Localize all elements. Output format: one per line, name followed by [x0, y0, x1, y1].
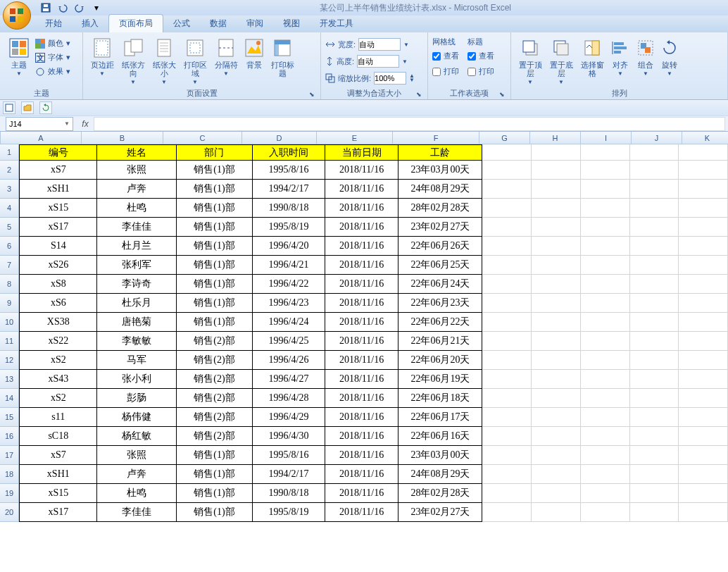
empty-cell[interactable] — [630, 237, 679, 256]
row-header[interactable]: 12 — [0, 351, 19, 370]
empty-cell[interactable] — [482, 218, 532, 237]
table-cell[interactable]: 2018/11/16 — [325, 161, 399, 180]
empty-cell[interactable] — [679, 218, 728, 237]
table-cell[interactable]: 22年06月18天 — [398, 389, 482, 408]
empty-cell[interactable] — [532, 237, 581, 256]
empty-cell[interactable] — [630, 484, 679, 503]
rotate-button[interactable]: 旋转▼ — [659, 34, 680, 77]
empty-cell[interactable] — [532, 332, 581, 351]
empty-cell[interactable] — [532, 256, 581, 275]
empty-cell[interactable] — [482, 484, 532, 503]
table-cell[interactable]: 2018/11/16 — [325, 370, 399, 389]
empty-cell[interactable] — [532, 313, 581, 332]
table-cell[interactable]: 23年03月00天 — [398, 161, 482, 180]
empty-cell[interactable] — [630, 218, 679, 237]
table-cell[interactable]: 1996/4/20 — [253, 237, 325, 256]
empty-cell[interactable] — [630, 446, 679, 465]
empty-cell[interactable] — [581, 351, 630, 370]
table-cell[interactable]: 1995/8/19 — [253, 503, 325, 522]
table-cell[interactable]: 销售(1)部 — [177, 161, 253, 180]
empty-cell[interactable] — [581, 446, 630, 465]
table-cell[interactable]: 销售(2)部 — [177, 351, 253, 370]
table-cell[interactable]: 销售(1)部 — [177, 465, 253, 484]
column-header[interactable]: D — [242, 132, 317, 144]
table-cell[interactable]: 张照 — [97, 446, 176, 465]
table-cell[interactable]: 23年02月27天 — [398, 503, 482, 522]
table-cell[interactable]: 1996/4/26 — [253, 351, 325, 370]
empty-cell[interactable] — [532, 294, 581, 313]
empty-cell[interactable] — [630, 199, 679, 218]
empty-cell[interactable] — [482, 332, 532, 351]
empty-cell[interactable] — [679, 389, 728, 408]
table-cell[interactable]: xS8 — [19, 275, 97, 294]
tab-审阅[interactable]: 审阅 — [237, 15, 273, 32]
headings-view-checkbox[interactable]: 查看 — [467, 51, 494, 61]
empty-cell[interactable] — [482, 427, 532, 446]
table-cell[interactable]: sC18 — [19, 427, 97, 446]
empty-cell[interactable] — [630, 465, 679, 484]
table-cell[interactable]: xS7 — [19, 161, 97, 180]
empty-cell[interactable] — [679, 370, 728, 389]
table-cell[interactable]: 彭肠 — [97, 389, 176, 408]
row-header[interactable]: 13 — [0, 370, 19, 389]
table-cell[interactable]: 1995/8/16 — [253, 161, 325, 180]
office-button[interactable] — [3, 1, 31, 30]
row-header[interactable]: 15 — [0, 408, 19, 427]
table-cell[interactable]: 1996/4/23 — [253, 294, 325, 313]
column-header[interactable]: B — [82, 132, 163, 144]
theme-fonts-button[interactable]: 文字体 ▾ — [35, 52, 70, 63]
table-cell[interactable]: 22年06月16天 — [398, 427, 482, 446]
table-cell[interactable]: 销售(2)部 — [177, 332, 253, 351]
empty-cell[interactable] — [679, 446, 728, 465]
table-cell[interactable]: s11 — [19, 408, 97, 427]
gridlines-print-checkbox[interactable]: 打印 — [432, 66, 459, 77]
empty-cell[interactable] — [581, 237, 630, 256]
row-header[interactable]: 14 — [0, 389, 19, 408]
table-cell[interactable]: 22年06月26天 — [398, 237, 482, 256]
column-header[interactable]: I — [581, 132, 632, 144]
table-cell[interactable]: 销售(1)部 — [177, 237, 253, 256]
table-cell[interactable]: xS2 — [19, 389, 97, 408]
column-header[interactable]: J — [632, 132, 682, 144]
bring-front-button[interactable]: 置于顶层▼ — [515, 34, 545, 85]
empty-cell[interactable] — [581, 275, 630, 294]
empty-cell[interactable] — [630, 503, 679, 522]
empty-cell[interactable] — [581, 503, 630, 522]
table-cell[interactable]: 销售(1)部 — [177, 275, 253, 294]
table-cell[interactable]: 2018/11/16 — [325, 389, 399, 408]
send-back-button[interactable]: 置于底层▼ — [546, 34, 576, 85]
tab-视图[interactable]: 视图 — [273, 15, 310, 32]
empty-cell[interactable] — [630, 294, 679, 313]
empty-cell[interactable] — [679, 161, 728, 180]
empty-cell[interactable] — [581, 218, 630, 237]
row-header[interactable]: 7 — [0, 256, 19, 275]
empty-cell[interactable] — [482, 465, 532, 484]
table-cell[interactable]: xS2 — [19, 351, 97, 370]
empty-cell[interactable] — [532, 370, 581, 389]
table-cell[interactable]: 销售(1)部 — [177, 294, 253, 313]
table-cell[interactable]: xS26 — [19, 256, 97, 275]
empty-cell[interactable] — [581, 199, 630, 218]
empty-cell[interactable] — [482, 275, 532, 294]
spreadsheet-grid[interactable]: ABCDEFGHIJK 1编号姓名部门入职时间当前日期工龄2xS7张照销售(1)… — [0, 132, 728, 553]
table-cell[interactable]: xS7 — [19, 446, 97, 465]
empty-cell[interactable] — [679, 427, 728, 446]
table-cell[interactable]: 22年06月19天 — [398, 370, 482, 389]
table-cell[interactable]: XS38 — [19, 313, 97, 332]
table-cell[interactable]: xS43 — [19, 370, 97, 389]
table-cell[interactable]: xS17 — [19, 503, 97, 522]
table-cell[interactable]: 22年06月21天 — [398, 332, 482, 351]
table-cell[interactable]: 1994/2/17 — [253, 180, 325, 199]
table-cell[interactable]: S14 — [19, 237, 97, 256]
empty-cell[interactable] — [679, 275, 728, 294]
table-cell[interactable]: 2018/11/16 — [325, 237, 399, 256]
table-cell[interactable]: 销售(2)部 — [177, 408, 253, 427]
table-cell[interactable]: xS15 — [19, 199, 97, 218]
table-cell[interactable]: xSH1 — [19, 465, 97, 484]
row-header[interactable]: 8 — [0, 275, 19, 294]
row-header[interactable]: 4 — [0, 199, 19, 218]
empty-cell[interactable] — [532, 180, 581, 199]
table-cell[interactable]: 张照 — [97, 161, 176, 180]
table-cell[interactable]: 1996/4/30 — [253, 427, 325, 446]
page-setup-launcher-icon[interactable]: ⬊ — [308, 91, 316, 99]
